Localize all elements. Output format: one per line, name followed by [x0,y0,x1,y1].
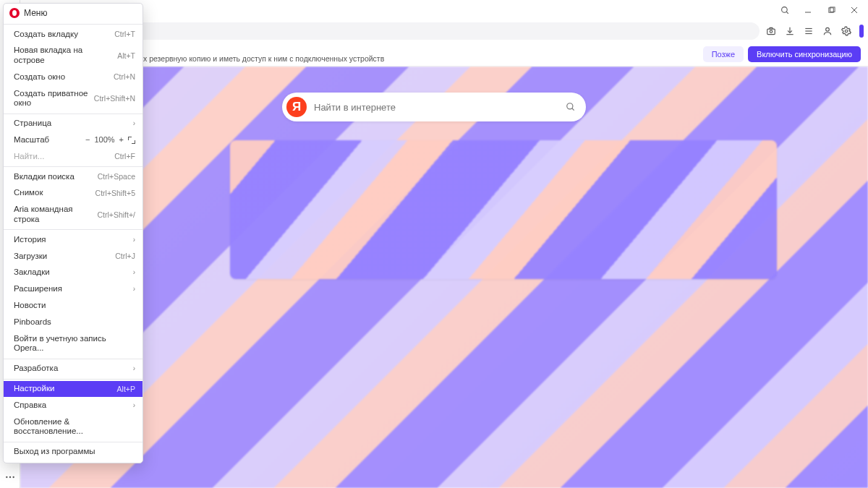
svg-point-8 [6,476,7,478]
menu-item[interactable]: Масштаб−100%+ [4,132,142,149]
sync-later-button[interactable]: Позже [703,46,744,62]
menu-item[interactable]: Новости [4,298,142,314]
menu-item[interactable]: Разработка› [4,361,142,377]
svg-line-1 [786,12,788,14]
settings-icon[interactable] [838,22,855,40]
chevron-right-icon: › [133,119,135,128]
menu-item-label: Найти... [14,152,44,162]
menu-item[interactable]: Новая вкладка на островеAlt+T [4,43,142,69]
window-search-icon[interactable] [774,0,796,20]
menu-shortcut: Ctrl+F [114,152,135,161]
camera-icon[interactable] [762,22,780,40]
menu-item-label: Страница [14,119,51,129]
zoom-value: 100% [94,135,114,145]
menu-item[interactable]: Pinboards [4,314,142,330]
svg-point-17 [826,27,830,31]
svg-point-9 [9,476,11,478]
menu-item[interactable]: Создать окноCtrl+N [4,69,142,85]
menu-item[interactable]: ЗагрузкиCtrl+J [4,248,142,265]
menu-shortcut: Ctrl+N [114,72,135,82]
chevron-right-icon: › [133,364,135,373]
fullscreen-icon[interactable] [128,137,135,144]
menu-item: Найти...Ctrl+F [4,148,142,165]
svg-point-19 [567,103,573,109]
sync-banner: ных Opera ладки и пароли, чтобы создать … [20,42,868,67]
zoom-out-button[interactable]: − [85,135,90,145]
zoom-controls: −100%+ [85,135,135,145]
download-icon[interactable] [781,22,799,40]
menu-header: Меню [4,4,142,22]
menu-item[interactable]: Обновление & восстановление... [4,414,142,440]
list-icon[interactable] [800,22,817,40]
menu-item-label: Загрузки [14,252,47,262]
menu-item-label: Pinboards [14,317,51,328]
close-icon[interactable] [843,0,865,20]
svg-point-0 [781,7,787,12]
menu-item[interactable]: Выход из программы [4,444,142,461]
menu-item-label: Создать вкладку [14,30,78,40]
search-bubble[interactable]: Я [282,93,586,121]
sync-enable-button[interactable]: Включить синхронизацию [748,46,861,62]
menu-item[interactable]: НастройкиAlt+P [4,381,142,398]
menu-item[interactable]: Создать приватное окноCtrl+Shift+N [4,85,142,112]
search-input[interactable] [314,102,566,113]
menu-item-label: Создать окно [14,72,65,82]
menu-shortcut: Ctrl+Shift+N [94,94,135,103]
menu-item[interactable]: Страница› [4,116,142,132]
opera-logo-icon [9,8,20,18]
menu-item[interactable]: Справка› [4,397,142,414]
vpn-indicator[interactable] [859,25,864,38]
search-icon[interactable] [566,102,576,112]
menu-item-label: Расширения [14,284,62,294]
menu-item[interactable]: История› [4,231,142,248]
chevron-right-icon: › [133,268,135,277]
chevron-right-icon: › [133,285,135,294]
menu-title: Меню [24,8,47,18]
menu-item-label: Настройки [14,384,54,394]
menu-item-label: Новости [14,301,46,311]
menu-item-label: Вкладки поиска [14,172,75,182]
menu-item-label: Снимок [14,188,43,198]
svg-point-10 [13,476,14,478]
svg-line-20 [572,108,574,111]
menu-item-label: Разработка [14,364,58,374]
menu-item-label: Aria командная строка [14,205,91,225]
menu-item-label: Создать приватное окно [14,89,88,109]
chevron-right-icon: › [133,401,135,410]
menu-item[interactable]: Aria командная строкаCtrl+Shift+/ [4,202,142,228]
menu-shortcut: Alt+T [117,51,135,61]
menu-item[interactable]: Закладки› [4,265,142,281]
menu-item-label: Обновление & восстановление... [14,417,135,437]
menu-item[interactable]: Войти в учетную запись Opera... [4,330,142,357]
menu-item[interactable]: Расширения› [4,281,142,298]
menu-shortcut: Ctrl+Shift+/ [97,210,135,220]
svg-rect-11 [767,29,775,35]
menu-item-label: Выход из программы [14,447,95,457]
svg-point-12 [770,30,773,33]
maximize-icon[interactable] [820,0,842,20]
menu-shortcut: Ctrl+Shift+5 [95,189,135,198]
more-icon[interactable] [0,466,20,488]
menu-item-label: Закладки [14,267,50,278]
yandex-logo-icon: Я [286,97,307,117]
address-bar-row [20,20,868,42]
svg-point-18 [845,30,848,33]
menu-item-label: История [14,235,46,245]
opera-menu: Меню Создать вкладкуCtrl+TНовая вкладка … [3,3,143,463]
menu-item-label: Масштаб [14,135,49,145]
menu-shortcut: Ctrl+Space [98,172,135,181]
menu-item[interactable]: Вкладки поискаCtrl+Space [4,168,142,185]
profile-icon[interactable] [819,22,836,40]
zoom-in-button[interactable]: + [119,135,124,145]
menu-shortcut: Ctrl+T [114,30,135,39]
menu-shortcut: Ctrl+J [115,252,135,261]
chevron-right-icon: › [133,236,135,244]
speed-dial-tile[interactable] [230,140,777,279]
menu-item[interactable]: Создать вкладкуCtrl+T [4,26,142,43]
menu-item-label: Войти в учетную запись Opera... [14,334,135,354]
minimize-icon[interactable] [797,0,819,20]
menu-shortcut: Alt+P [117,385,135,394]
speed-dial-background [20,67,868,488]
menu-item[interactable]: СнимокCtrl+Shift+5 [4,185,142,202]
menu-item-label: Новая вкладка на острове [14,46,111,66]
